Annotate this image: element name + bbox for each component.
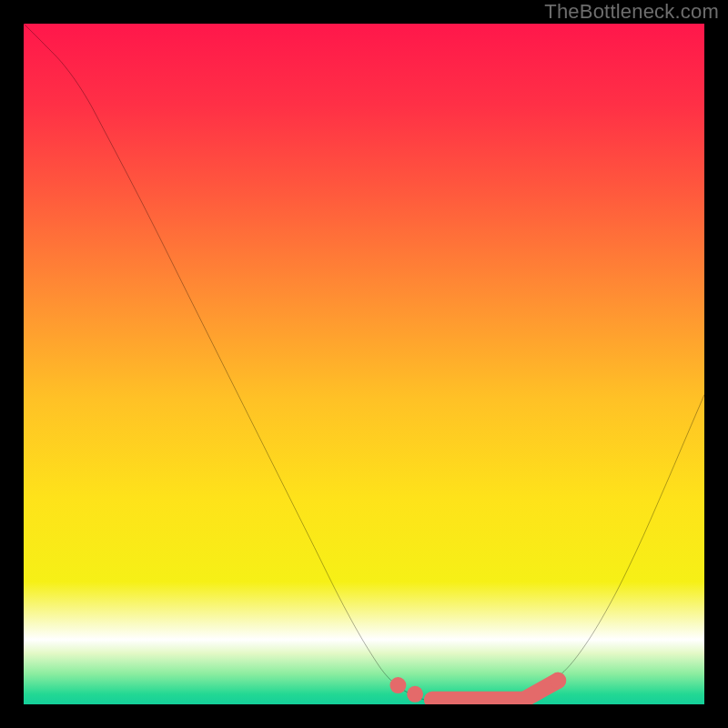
watermark-text: TheBottleneck.com — [544, 0, 719, 24]
bottleneck-curve — [24, 24, 704, 704]
marker-dot — [407, 686, 423, 703]
marker-dot — [550, 672, 566, 689]
optimal-range-markers — [389, 672, 566, 703]
marker-dot — [389, 677, 406, 693]
curve-layer — [24, 24, 704, 704]
chart-stage: TheBottleneck.com — [0, 0, 728, 728]
plot-area — [24, 24, 704, 704]
